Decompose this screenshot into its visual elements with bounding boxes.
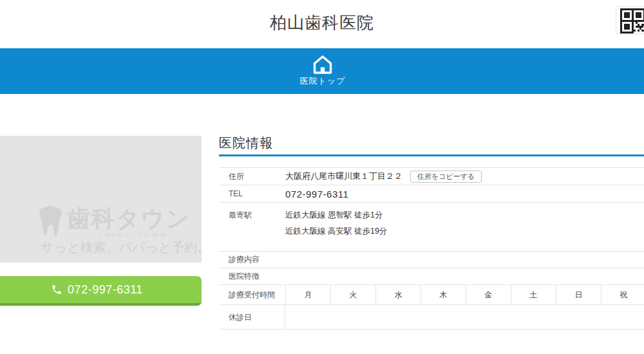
row-label: 診療受付時間 [219,285,285,304]
table-row-treatment: 診療内容 [219,252,644,268]
section-title-rule [219,154,644,156]
clinic-info-table: 住所 大阪府八尾市曙川東１丁目２２ 住所をコピーする TEL 072-997-6… [219,167,644,330]
table-row-tel: TEL 072-997-6311 [219,185,644,203]
shikatown-logo-text: 歯科タウン [67,204,191,234]
site-header: 柏山歯科医院 [0,0,644,48]
tel-value: 072-997-6311 [285,189,644,200]
day-header-mon: 月 [285,285,330,304]
closed-value [285,305,644,329]
nav-item-clinic-top[interactable]: 医院トップ [283,52,362,91]
table-row-address: 住所 大阪府八尾市曙川東１丁目２２ 住所をコピーする [219,168,644,185]
page-title: 柏山歯科医院 [0,0,644,45]
section-title: 医院情報 [219,135,273,152]
day-header-sat: 土 [511,285,556,304]
qr-code [616,6,644,34]
station-line: 近鉄大阪線 高安駅 徒歩19分 [285,223,644,239]
tooth-icon [39,204,62,238]
row-label: 最寄駅 [219,203,285,223]
row-label: 住所 [219,171,285,182]
row-label: 休診日 [219,305,285,329]
clinic-photo-placeholder: 歯科タウン SHIKA-TOWN サっと検索、パパっと予約。 [0,136,202,263]
phone-icon [51,284,62,295]
day-header-wed: 水 [375,285,421,304]
nav-item-label: 医院トップ [283,75,362,87]
day-header-sun: 日 [556,285,601,304]
phone-number-label: 072-997-6311 [68,283,143,297]
table-row-station: 最寄駅 近鉄大阪線 恩智駅 徒歩1分 近鉄大阪線 高安駅 徒歩19分 [219,203,644,252]
row-label: 医院特徴 [219,271,285,282]
address-value: 大阪府八尾市曙川東１丁目２２ [285,171,402,182]
day-header-thu: 木 [421,285,466,304]
table-row-features: 医院特徴 [219,268,644,285]
main-navbar: 医院トップ [0,48,644,94]
table-row-closed: 休診日 [219,305,644,330]
shikatown-logo-subtext: SHIKA-TOWN [99,232,168,238]
copy-address-button[interactable]: 住所をコピーする [410,171,482,183]
day-header-hol: 祝 [601,285,644,304]
home-icon [312,54,334,75]
phone-call-button[interactable]: 072-997-6311 [0,276,202,306]
row-label: TEL [219,189,285,198]
day-header-tue: 火 [330,285,375,304]
row-label: 診療内容 [219,254,285,265]
shikatown-tagline: サっと検索、パパっと予約。 [41,239,202,256]
day-header-fri: 金 [466,285,511,304]
table-row-hours: 診療受付時間 月 火 水 木 金 土 日 祝 [219,285,644,305]
station-line: 近鉄大阪線 恩智駅 徒歩1分 [285,207,644,223]
